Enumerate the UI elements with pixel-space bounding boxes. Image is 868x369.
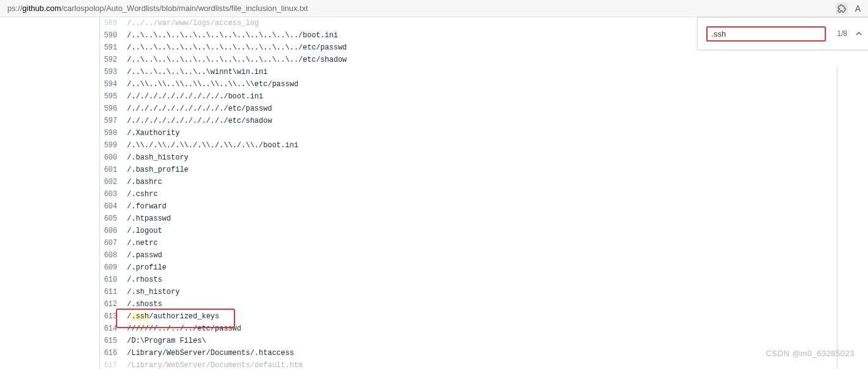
line-content: /.ssh/authorized_keys: [125, 310, 219, 323]
search-match-count: 1/8: [837, 29, 847, 38]
line-number[interactable]: 591: [100, 42, 125, 54]
code-line: 610/.rhosts: [100, 274, 347, 286]
read-aloud-icon[interactable]: A: [855, 4, 861, 13]
line-content: /.rhosts: [125, 274, 162, 286]
line-content: /.bashrc: [125, 176, 162, 188]
line-number[interactable]: 592: [100, 54, 125, 66]
line-number[interactable]: 590: [100, 29, 125, 42]
line-content: /Library/WebServer/Documents/.htaccess: [125, 347, 294, 359]
code-line: 606/.logout: [100, 225, 347, 237]
code-viewer: 589/../../var/www/logs/access_log590/..\…: [99, 17, 347, 369]
code-line: 605/.htpasswd: [100, 213, 347, 225]
line-number[interactable]: 614: [100, 323, 125, 335]
code-line: 614///////../../../etc/passwd: [100, 323, 347, 335]
line-content: /./././././././././././boot.ini: [125, 90, 263, 103]
code-line: 604/.forward: [100, 200, 347, 213]
line-number[interactable]: 610: [100, 274, 125, 286]
line-content: /./././././././././././etc/shadow: [125, 115, 272, 127]
line-content: /.forward: [125, 200, 167, 213]
url-host: github.com: [23, 4, 62, 13]
line-content: /.passwd: [125, 249, 162, 261]
line-number[interactable]: 602: [100, 176, 125, 188]
url-prefix: ps://: [7, 4, 23, 13]
panel-border: [837, 67, 837, 369]
code-line: 613/.ssh/authorized_keys: [100, 310, 347, 323]
line-content: /.htpasswd: [125, 213, 171, 225]
browser-toolbar-icons: A: [836, 2, 863, 15]
code-line: 591/..\..\..\..\..\..\..\..\..\..\..\..\…: [100, 42, 347, 54]
line-number[interactable]: 605: [100, 213, 125, 225]
code-line: 598/.Xauthority: [100, 127, 347, 139]
code-line: 602/.bashrc: [100, 176, 347, 188]
line-content: /..\\..\\..\\..\\..\\..\\..\\etc/passwd: [125, 78, 298, 90]
code-line: 601/.bash_profile: [100, 164, 347, 176]
line-content: /Library/WebServer/Documents/default.htm: [125, 359, 303, 369]
line-content: /..\..\..\..\..\..\..\..\..\..\..\..\../…: [125, 29, 338, 42]
search-input[interactable]: [711, 29, 821, 38]
line-content: /./././././././././././etc/passwd: [125, 103, 272, 115]
url-display[interactable]: ps://github.com/carlospolop/Auto_Wordlis…: [5, 2, 836, 14]
code-line: 600/.bash_history: [100, 152, 347, 164]
line-content: /.netrc: [125, 237, 157, 249]
line-number[interactable]: 617: [100, 359, 125, 369]
line-content: /..\..\..\..\..\..\winnt\win.ini: [125, 66, 267, 78]
browser-address-bar: ps://github.com/carlospolop/Auto_Wordlis…: [0, 0, 868, 17]
line-content: ///////../../../etc/passwd: [125, 323, 241, 335]
line-number[interactable]: 606: [100, 225, 125, 237]
find-in-page-panel: 1/8: [697, 17, 868, 50]
line-number[interactable]: 615: [100, 335, 125, 347]
line-number[interactable]: 612: [100, 298, 125, 310]
line-number[interactable]: 611: [100, 286, 125, 298]
line-number[interactable]: 601: [100, 164, 125, 176]
line-number[interactable]: 608: [100, 249, 125, 261]
code-line: 603/.cshrc: [100, 188, 347, 200]
search-highlight: .ssh: [131, 312, 149, 321]
line-number[interactable]: 616: [100, 347, 125, 359]
url-path: /carlospolop/Auto_Wordlists/blob/main/wo…: [61, 4, 308, 13]
code-line: 593/..\..\..\..\..\..\winnt\win.ini: [100, 66, 347, 78]
line-content: /.profile: [125, 261, 167, 274]
code-line: 590/..\..\..\..\..\..\..\..\..\..\..\..\…: [100, 29, 347, 42]
line-number[interactable]: 613: [100, 310, 125, 323]
code-line: 612/.shosts: [100, 298, 347, 310]
line-number[interactable]: 595: [100, 90, 125, 103]
line-number[interactable]: 596: [100, 103, 125, 115]
line-number[interactable]: 597: [100, 115, 125, 127]
line-content: /.shosts: [125, 298, 162, 310]
watermark-text: CSDN @m0_63285023: [766, 349, 855, 358]
code-line: 609/.profile: [100, 261, 347, 274]
code-line: 595/./././././././././././boot.ini: [100, 90, 347, 103]
code-line: 607/.netrc: [100, 237, 347, 249]
line-content: /.sh_history: [125, 286, 179, 298]
code-line: 599/.\\./.\\./.\\./.\\./.\\./.\\./boot.i…: [100, 139, 347, 152]
line-number[interactable]: 593: [100, 66, 125, 78]
line-number[interactable]: 609: [100, 261, 125, 274]
extension-icon[interactable]: [836, 2, 848, 15]
code-line: 617/Library/WebServer/Documents/default.…: [100, 359, 347, 369]
code-line: 616/Library/WebServer/Documents/.htacces…: [100, 347, 347, 359]
line-number[interactable]: 603: [100, 188, 125, 200]
line-number[interactable]: 607: [100, 237, 125, 249]
line-content: /.bash_history: [125, 152, 189, 164]
code-line: 608/.passwd: [100, 249, 347, 261]
line-number[interactable]: 598: [100, 127, 125, 139]
line-number[interactable]: 604: [100, 200, 125, 213]
code-line: 615/D:\Program Files\: [100, 335, 347, 347]
code-line: 597/./././././././././././etc/shadow: [100, 115, 347, 127]
content-area: 589/../../var/www/logs/access_log590/..\…: [0, 17, 868, 369]
line-content: /..\..\..\..\..\..\..\..\..\..\..\..\../…: [125, 54, 347, 66]
line-number[interactable]: 589: [100, 17, 125, 29]
line-content: /..\..\..\..\..\..\..\..\..\..\..\..\../…: [125, 42, 347, 54]
code-line: 592/..\..\..\..\..\..\..\..\..\..\..\..\…: [100, 54, 347, 66]
line-content: /.Xauthority: [125, 127, 179, 139]
line-content: /../../var/www/logs/access_log: [125, 17, 259, 29]
line-content: /.cshrc: [125, 188, 157, 200]
chevron-up-icon[interactable]: [855, 31, 863, 37]
line-content: /D:\Program Files\: [125, 335, 206, 347]
code-line: 594/..\\..\\..\\..\\..\\..\\..\\etc/pass…: [100, 78, 347, 90]
line-number[interactable]: 594: [100, 78, 125, 90]
line-content: /.\\./.\\./.\\./.\\./.\\./.\\./boot.ini: [125, 139, 298, 152]
line-number[interactable]: 599: [100, 139, 125, 152]
code-line: 611/.sh_history: [100, 286, 347, 298]
line-number[interactable]: 600: [100, 152, 125, 164]
